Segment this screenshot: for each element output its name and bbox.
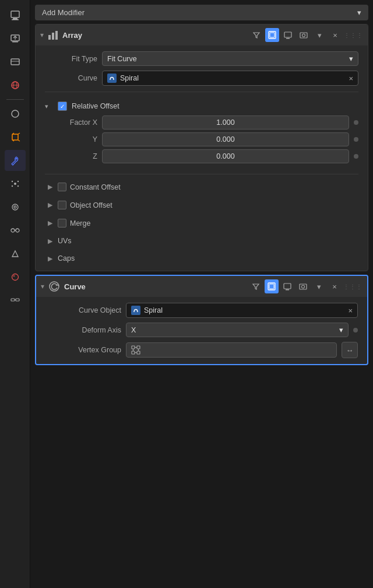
curve-row: Curve Spiral × — [45, 71, 358, 86]
svg-point-25 — [11, 229, 15, 232]
factor-x-dot[interactable] — [354, 120, 358, 125]
svg-point-22 — [17, 186, 18, 187]
sidebar-icon-scene[interactable] — [5, 75, 26, 96]
svg-point-29 — [13, 275, 15, 277]
curve-modifier-icon — [48, 280, 61, 293]
array-render-btn[interactable] — [281, 28, 295, 42]
relative-offset-arrow[interactable]: ▾ — [45, 103, 53, 110]
array-realtime-btn[interactable] — [265, 28, 279, 42]
deform-axis-dot[interactable] — [353, 328, 358, 332]
sidebar-icon-world[interactable] — [5, 103, 26, 124]
object-offset-row[interactable]: ▶ Object Offset — [45, 198, 358, 212]
caps-label: Caps — [58, 254, 75, 262]
curve-object-field[interactable]: Spiral × — [102, 71, 358, 86]
fit-type-label: Fit Type — [45, 55, 97, 63]
curve-object-icon — [107, 74, 117, 83]
relative-offset-section: ▾ ✓ Relative Offset Factor X 1.000 Y 0.0… — [45, 98, 358, 168]
relative-offset-label: Relative Offset — [72, 102, 119, 110]
curve-camera-btn[interactable] — [296, 279, 310, 293]
factor-y-row: Y 0.000 — [62, 132, 358, 146]
svg-point-20 — [17, 181, 18, 182]
factor-z-dot[interactable] — [354, 154, 358, 159]
curve-header-controls: ▾ × ⋮⋮⋮ — [249, 279, 363, 293]
sidebar-icon-physics[interactable] — [5, 197, 26, 218]
relative-offset-row: ▾ ✓ Relative Offset — [45, 100, 358, 112]
svg-line-15 — [18, 140, 20, 141]
sidebar-icon-material[interactable] — [5, 267, 26, 288]
relative-offset-checkbox[interactable]: ✓ — [58, 102, 67, 111]
array-modifier-header: ▾ Array — [36, 24, 368, 46]
svg-point-21 — [11, 186, 12, 187]
curve-render-btn[interactable] — [280, 279, 294, 293]
merge-row[interactable]: ▶ Merge — [45, 216, 358, 230]
fit-type-row: Fit Type Fit Curve ▾ — [45, 51, 358, 66]
sidebar-icon-modifier[interactable] — [5, 150, 26, 171]
fit-type-dropdown[interactable]: Fit Curve ▾ — [102, 51, 358, 66]
deform-axis-value: X — [131, 326, 136, 334]
factor-z-input[interactable]: 0.000 — [102, 149, 349, 163]
svg-rect-12 — [12, 134, 18, 140]
factor-x-input[interactable]: 1.000 — [102, 116, 349, 130]
array-expand-btn[interactable]: ▾ — [312, 28, 326, 42]
svg-point-23 — [12, 204, 18, 210]
sidebar-icon-object-data[interactable] — [5, 243, 26, 264]
curve-object-close[interactable]: × — [348, 306, 353, 315]
array-collapse-arrow[interactable]: ▾ — [40, 31, 44, 39]
merge-arrow: ▶ — [46, 219, 54, 227]
separator-1 — [45, 92, 358, 92]
curve-dots: ⋮⋮⋮ — [343, 284, 363, 290]
curve-object-label: Curve Object — [45, 306, 121, 314]
array-filter-btn[interactable] — [249, 28, 263, 42]
sidebar-icon-render[interactable] — [5, 5, 26, 26]
add-modifier-chevron: ▾ — [357, 8, 361, 17]
curve-close-btn[interactable]: × — [328, 279, 342, 293]
curve-modifier-content: Curve Object Spiral × Deform Axis X ▾ — [36, 297, 367, 364]
curve-collapse-arrow[interactable]: ▾ — [41, 282, 44, 290]
svg-rect-37 — [270, 33, 275, 37]
merge-checkbox[interactable] — [58, 219, 66, 228]
curve-object-field[interactable]: Spiral × — [126, 303, 358, 318]
svg-rect-1 — [13, 18, 17, 19]
array-close-btn[interactable]: × — [328, 28, 342, 42]
deform-axis-dropdown[interactable]: X ▾ — [126, 323, 349, 337]
factor-y-dot[interactable] — [354, 137, 358, 142]
constant-offset-label: Constant Offset — [70, 183, 121, 191]
svg-rect-33 — [48, 35, 51, 40]
vertex-group-label: Vertex Group — [45, 346, 121, 354]
merge-label: Merge — [70, 219, 90, 228]
curve-filter-btn[interactable] — [249, 279, 263, 293]
array-camera-btn[interactable] — [297, 28, 311, 42]
constant-offset-checkbox[interactable] — [58, 183, 66, 191]
sidebar-icon-view-layer[interactable] — [5, 51, 26, 72]
uvs-row[interactable]: ▶ UVs — [45, 235, 358, 247]
svg-rect-30 — [11, 299, 15, 301]
deform-axis-chevron: ▾ — [339, 326, 343, 334]
constant-offset-row[interactable]: ▶ Constant Offset — [45, 180, 358, 194]
vertex-group-icon — [131, 345, 140, 355]
curve-object-close[interactable]: × — [349, 74, 353, 83]
svg-rect-46 — [286, 289, 289, 290]
sidebar — [0, 0, 30, 588]
caps-arrow: ▶ — [46, 255, 54, 262]
sidebar-icon-output[interactable] — [5, 28, 26, 49]
add-modifier-bar[interactable]: Add Modifier ▾ — [35, 5, 368, 20]
svg-rect-0 — [11, 11, 19, 18]
swap-icon: ↔ — [346, 346, 354, 355]
svg-point-28 — [12, 274, 18, 281]
caps-row[interactable]: ▶ Caps — [45, 252, 358, 265]
fit-type-value: Fit Curve — [107, 55, 137, 63]
vertex-group-input[interactable] — [126, 342, 337, 358]
vertex-group-swap-btn[interactable]: ↔ — [342, 342, 358, 358]
sidebar-icon-nodes[interactable] — [5, 290, 26, 311]
sidebar-icon-constraints[interactable] — [5, 220, 26, 241]
factor-y-input[interactable]: 0.000 — [102, 132, 349, 146]
sidebar-icon-particles[interactable] — [5, 173, 26, 194]
svg-rect-52 — [137, 351, 140, 354]
deform-axis-label: Deform Axis — [45, 326, 121, 334]
curve-object-name: Spiral — [144, 306, 344, 314]
object-offset-checkbox[interactable] — [58, 201, 66, 209]
sidebar-icon-object[interactable] — [5, 127, 26, 148]
array-modifier-icon — [47, 29, 59, 41]
curve-realtime-btn[interactable] — [265, 279, 279, 293]
curve-expand-btn[interactable]: ▾ — [312, 279, 326, 293]
